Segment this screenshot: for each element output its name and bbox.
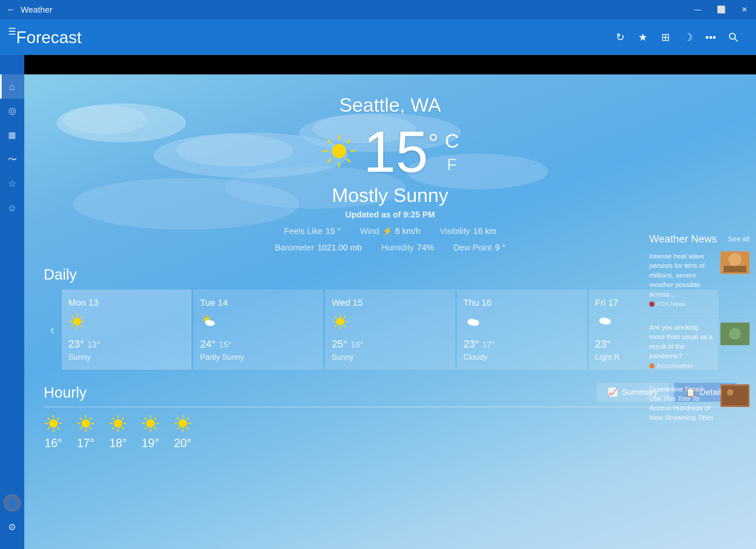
hourly-divider xyxy=(44,407,737,407)
svg-line-78 xyxy=(122,427,124,429)
barometer-label: Barometer xyxy=(275,243,314,253)
main-content: Seattle, WA xyxy=(24,74,756,549)
daily-icon-tue xyxy=(200,313,317,335)
news-text-1: Are you drinking more than usual as a re… xyxy=(649,323,716,361)
sun-icon-large xyxy=(321,133,357,169)
svg-line-25 xyxy=(71,316,73,318)
sidebar-item-graph[interactable]: 〜 xyxy=(0,147,24,171)
sidebar-item-smiley[interactable]: ☺ xyxy=(0,196,24,220)
svg-point-72 xyxy=(114,419,122,428)
humidity-value: 74% xyxy=(417,243,434,253)
see-all-button[interactable]: See all xyxy=(728,235,750,243)
sidebar-item-news[interactable]: ▦ xyxy=(0,123,24,147)
svg-line-86 xyxy=(145,418,147,420)
daily-cond-thu: Cloudy xyxy=(464,353,580,362)
more-button[interactable]: ••• xyxy=(701,27,720,47)
news-item-1[interactable]: Are you drinking more than usual as a re… xyxy=(649,323,750,369)
daily-icon-wed xyxy=(332,313,448,335)
news-thumb-2 xyxy=(720,384,750,407)
temperature-row: 15° C F xyxy=(24,123,756,181)
close-button[interactable]: ✕ xyxy=(733,0,756,19)
sidebar-item-favorites[interactable]: ☆ xyxy=(0,171,24,196)
pin-button[interactable]: ⊞ xyxy=(656,27,675,47)
hourly-temp-0: 16° xyxy=(45,436,62,450)
favorites-button[interactable]: ★ xyxy=(633,27,652,47)
dew-point: Dew Point 9 ° xyxy=(454,243,506,253)
daily-temps-thu: 23° 17° xyxy=(464,338,580,350)
svg-line-62 xyxy=(48,427,49,429)
hourly-icon-2 xyxy=(108,414,128,433)
daily-temps-tue: 24° 15° xyxy=(200,338,317,350)
svg-point-51 xyxy=(604,319,611,324)
sidebar-item-settings[interactable]: ⚙ xyxy=(0,515,24,539)
svg-line-89 xyxy=(145,427,147,429)
back-button[interactable]: ← xyxy=(6,5,16,15)
svg-line-95 xyxy=(177,418,179,420)
wind: Wind ⚡ 8 km/h xyxy=(360,226,421,236)
svg-line-59 xyxy=(48,418,49,420)
daily-card-thu[interactable]: Thu 16 23° 17° Cloudy xyxy=(457,290,587,370)
svg-line-45 xyxy=(335,325,337,327)
news-item-2[interactable]: Quarantine Time? Use This Tool To Access… xyxy=(649,384,750,423)
daily-icon-thu xyxy=(464,313,580,335)
app-title: Weather xyxy=(21,5,52,15)
daily-icon-mon xyxy=(68,313,185,335)
wind-label: Wind xyxy=(360,226,379,236)
fahrenheit-button[interactable]: F xyxy=(445,155,459,174)
maximize-button[interactable]: ⬜ xyxy=(709,0,733,19)
daily-card-wed[interactable]: Wed 15 xyxy=(325,290,455,370)
minimize-button[interactable]: — xyxy=(686,0,709,19)
home-icon: ⌂ xyxy=(9,81,15,92)
svg-point-36 xyxy=(210,322,215,325)
humidity-label: Humidity xyxy=(381,243,414,253)
radar-icon: ◎ xyxy=(8,105,16,116)
svg-point-48 xyxy=(473,321,479,326)
news-panel: Weather News See all Intense heat wave p… xyxy=(643,226,756,437)
page-title: Forecast xyxy=(16,27,82,47)
daily-card-mon[interactable]: Mon 13 xyxy=(62,290,192,370)
hourly-temp-1: 17° xyxy=(77,436,94,450)
hourly-section-title: Hourly xyxy=(44,384,87,401)
search-button[interactable] xyxy=(724,27,743,47)
svg-line-88 xyxy=(154,418,156,420)
svg-line-1 xyxy=(735,38,738,41)
daily-cards: Mon 13 xyxy=(61,290,719,370)
humidity: Humidity 74% xyxy=(381,243,434,253)
graph-icon: 〜 xyxy=(8,153,17,166)
fox-news-logo xyxy=(649,302,654,307)
svg-line-44 xyxy=(344,316,346,318)
titlebar: ← Weather — ⬜ ✕ xyxy=(0,0,756,19)
sidebar-item-radar[interactable]: ◎ xyxy=(0,99,24,123)
svg-point-37 xyxy=(336,318,344,325)
daily-cond-tue: Partly Sunny xyxy=(200,353,317,362)
celsius-button[interactable]: C xyxy=(445,130,459,152)
daily-card-tue[interactable]: Tue 14 xyxy=(193,290,323,370)
news-thumb-0 xyxy=(720,251,750,274)
barometer: Barometer 1021.00 mb xyxy=(275,243,362,253)
refresh-button[interactable]: ↻ xyxy=(610,27,630,47)
svg-line-77 xyxy=(112,418,114,420)
svg-line-87 xyxy=(154,427,156,429)
weather-condition-icon xyxy=(321,133,357,170)
news-text-2: Quarantine Time? Use This Tool To Access… xyxy=(649,384,716,423)
svg-line-71 xyxy=(80,427,82,429)
svg-point-0 xyxy=(729,33,735,39)
daily-prev-button[interactable]: ‹ xyxy=(44,323,61,337)
hourly-icon-4 xyxy=(173,414,192,433)
sidebar-item-avatar[interactable]: 👤 xyxy=(0,491,24,515)
dew-point-label: Dew Point xyxy=(454,243,492,253)
avatar: 👤 xyxy=(3,494,21,512)
news-divider-0 xyxy=(649,316,750,316)
svg-line-80 xyxy=(112,427,114,429)
hamburger-button[interactable]: ☰ xyxy=(0,19,24,44)
svg-rect-101 xyxy=(724,266,746,272)
search-icon xyxy=(728,32,739,42)
news-item-0[interactable]: Intense heat wave persists for tens of m… xyxy=(649,251,750,308)
sidebar: ⌂ ◎ ▦ 〜 ☆ ☺ 👤 ⚙ xyxy=(0,19,24,549)
feels-like-label: Feels Like xyxy=(284,226,323,236)
night-mode-button[interactable]: ☽ xyxy=(678,27,698,47)
sidebar-item-home[interactable]: ⌂ xyxy=(0,74,24,99)
wind-value: ⚡ 8 km/h xyxy=(382,226,420,236)
svg-line-70 xyxy=(90,418,92,420)
svg-point-106 xyxy=(727,389,733,396)
